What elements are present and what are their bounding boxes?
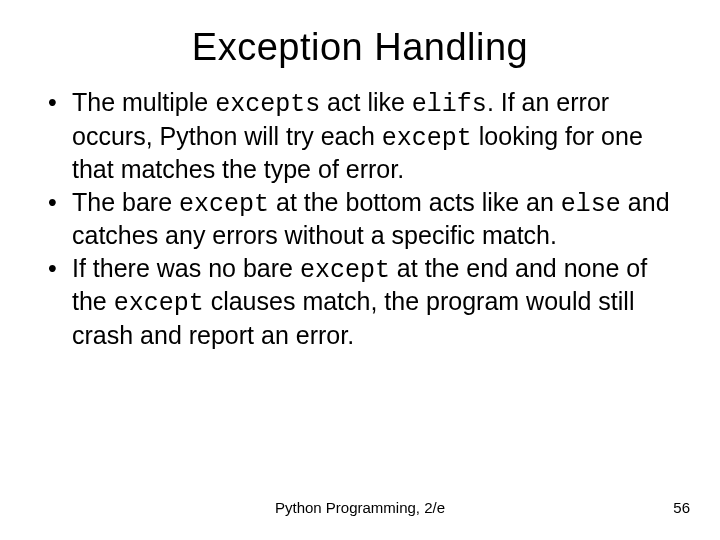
list-item: The bare except at the bottom acts like … bbox=[46, 187, 680, 251]
bullet-list: The multiple excepts act like elifs. If … bbox=[46, 87, 680, 350]
code-text: elifs bbox=[412, 90, 487, 119]
code-text: excepts bbox=[215, 90, 320, 119]
code-text: else bbox=[561, 190, 621, 219]
list-item: If there was no bare except at the end a… bbox=[46, 253, 680, 351]
code-text: except bbox=[179, 190, 269, 219]
list-item: The multiple excepts act like elifs. If … bbox=[46, 87, 680, 185]
body-text: The multiple bbox=[72, 88, 215, 116]
code-text: except bbox=[382, 124, 472, 153]
content-area: The multiple excepts act like elifs. If … bbox=[0, 87, 720, 350]
body-text: act like bbox=[320, 88, 412, 116]
footer-page-number: 56 bbox=[673, 499, 690, 516]
footer-center-text: Python Programming, 2/e bbox=[0, 499, 720, 516]
body-text: The bare bbox=[72, 188, 179, 216]
body-text: If there was no bare bbox=[72, 254, 300, 282]
page-title: Exception Handling bbox=[0, 0, 720, 87]
code-text: except bbox=[114, 289, 204, 318]
slide: Exception Handling The multiple excepts … bbox=[0, 0, 720, 540]
body-text: at the bottom acts like an bbox=[269, 188, 561, 216]
code-text: except bbox=[300, 256, 390, 285]
